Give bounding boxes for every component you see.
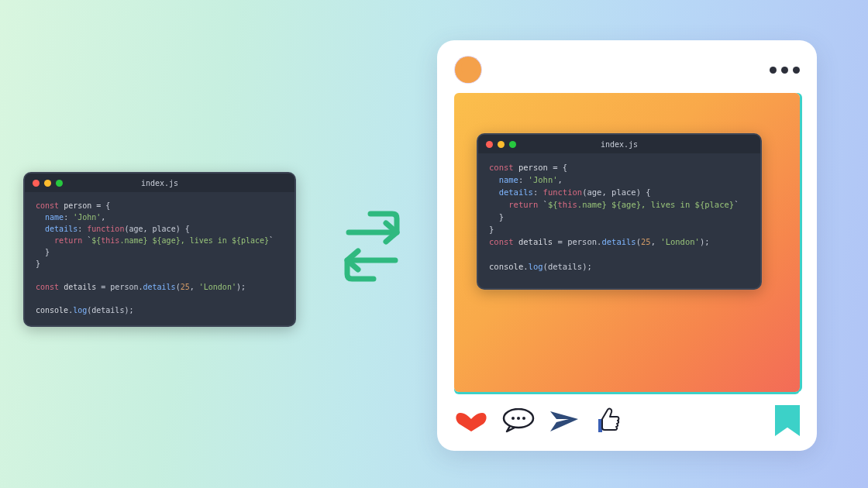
titlebar: index.js (478, 135, 760, 153)
code-body: const person = { name: 'John', details: … (25, 192, 294, 327)
more-menu-icon[interactable] (770, 67, 800, 74)
svg-point-2 (517, 417, 520, 420)
bookmark-icon[interactable] (775, 405, 800, 436)
card-actions (454, 403, 800, 438)
like-icon[interactable] (594, 407, 620, 434)
code-body: const person = { name: 'John', details: … (478, 153, 760, 290)
code-window-left: index.js const person = { name: 'John', … (23, 172, 296, 327)
svg-point-1 (512, 417, 515, 420)
bidirectional-arrows-icon (326, 209, 418, 287)
send-icon[interactable] (549, 408, 580, 433)
window-title: index.js (25, 179, 294, 187)
window-title: index.js (478, 140, 760, 149)
card-header (454, 54, 800, 85)
titlebar: index.js (25, 174, 294, 192)
heart-icon[interactable] (454, 408, 488, 433)
svg-point-3 (522, 417, 525, 420)
comment-icon[interactable] (502, 408, 535, 433)
code-window-right: index.js const person = { name: 'John', … (477, 133, 762, 290)
avatar[interactable] (454, 56, 482, 84)
